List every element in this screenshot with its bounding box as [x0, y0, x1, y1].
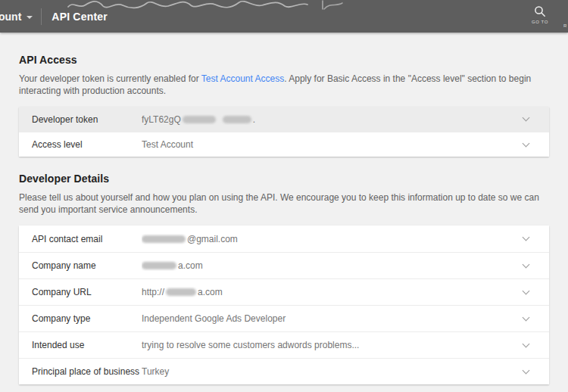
- redacted-text: [142, 262, 176, 269]
- chevron-down-icon[interactable]: [523, 260, 530, 268]
- row-label: Company URL: [32, 287, 142, 297]
- row-label: Company type: [32, 313, 142, 324]
- app-header: ount API Center GO TO R: [0, 0, 568, 33]
- table-row-company-url[interactable]: Company URL http://a.com: [19, 278, 549, 305]
- chevron-down-icon[interactable]: [523, 313, 530, 321]
- redacted-text: [183, 116, 216, 123]
- table-row-access-level[interactable]: Access level Test Account: [19, 132, 549, 157]
- row-value: Test Account: [142, 139, 523, 150]
- table-row-company-name[interactable]: Company name a.com: [19, 252, 549, 278]
- token-suffix: .: [253, 114, 255, 125]
- row-value: trying to resolve some customers adwords…: [142, 340, 523, 350]
- redaction-scribble: [67, 0, 370, 11]
- search-icon: [534, 5, 546, 17]
- chevron-down-icon[interactable]: [523, 114, 530, 122]
- goto-label: GO TO: [532, 20, 548, 24]
- row-value: @gmail.com: [142, 234, 523, 244]
- page-title: API Center: [51, 11, 108, 23]
- redacted-text: [166, 288, 196, 296]
- table-row-api-contact-email[interactable]: API contact email @gmail.com: [19, 226, 549, 252]
- dropdown-caret-icon: [27, 16, 33, 19]
- redacted-text: [223, 116, 251, 123]
- row-value: http://a.com: [142, 287, 523, 297]
- row-label: Developer token: [32, 114, 142, 125]
- account-menu[interactable]: ount: [0, 11, 33, 23]
- row-value: Turkey: [142, 366, 523, 377]
- developer-details-description: Please tell us about yourself and how yo…: [19, 191, 549, 216]
- header-divider: [41, 8, 42, 25]
- developer-details-table: API contact email @gmail.com Company nam…: [19, 226, 549, 384]
- email-suffix: @gmail.com: [187, 234, 238, 244]
- search-button[interactable]: GO TO: [532, 5, 548, 24]
- row-label: API contact email: [32, 234, 142, 244]
- table-row-intended-use[interactable]: Intended use trying to resolve some cust…: [19, 331, 549, 358]
- row-value: a.com: [142, 260, 523, 271]
- row-label: Principal place of business: [32, 366, 142, 377]
- row-value: Independent Google Ads Developer: [142, 313, 523, 324]
- developer-details-heading: Developer Details: [19, 157, 549, 185]
- row-label: Intended use: [32, 340, 142, 350]
- api-access-description: Your developer token is currently enable…: [19, 73, 549, 97]
- chevron-down-icon[interactable]: [523, 366, 530, 374]
- chevron-down-icon[interactable]: [523, 234, 530, 241]
- url-prefix: http://: [142, 287, 164, 297]
- description-text: Your developer token is currently enable…: [19, 73, 201, 84]
- url-suffix: a.com: [198, 287, 223, 297]
- table-row-company-type[interactable]: Company type Independent Google Ads Deve…: [19, 305, 549, 331]
- company-name-suffix: a.com: [178, 260, 203, 271]
- token-prefix: fyLT62gQ: [142, 114, 181, 125]
- test-account-access-link[interactable]: Test Account Access: [201, 73, 284, 84]
- chevron-down-icon[interactable]: [523, 139, 530, 147]
- row-label: Company name: [32, 260, 142, 271]
- row-value: fyLT62gQ.: [142, 114, 523, 125]
- table-row-developer-token[interactable]: Developer token fyLT62gQ.: [19, 107, 549, 132]
- api-access-table: Developer token fyLT62gQ. Access level T…: [19, 107, 549, 157]
- main-content: API Access Your developer token is curre…: [0, 33, 568, 384]
- redacted-text: [142, 235, 186, 243]
- nav-item-partial[interactable]: R: [563, 23, 567, 28]
- chevron-down-icon[interactable]: [523, 340, 530, 347]
- chevron-down-icon[interactable]: [523, 287, 530, 294]
- row-label: Access level: [32, 139, 142, 150]
- table-row-principal-place[interactable]: Principal place of business Turkey: [19, 358, 549, 384]
- api-access-heading: API Access: [19, 33, 549, 66]
- account-menu-label: ount: [0, 11, 21, 23]
